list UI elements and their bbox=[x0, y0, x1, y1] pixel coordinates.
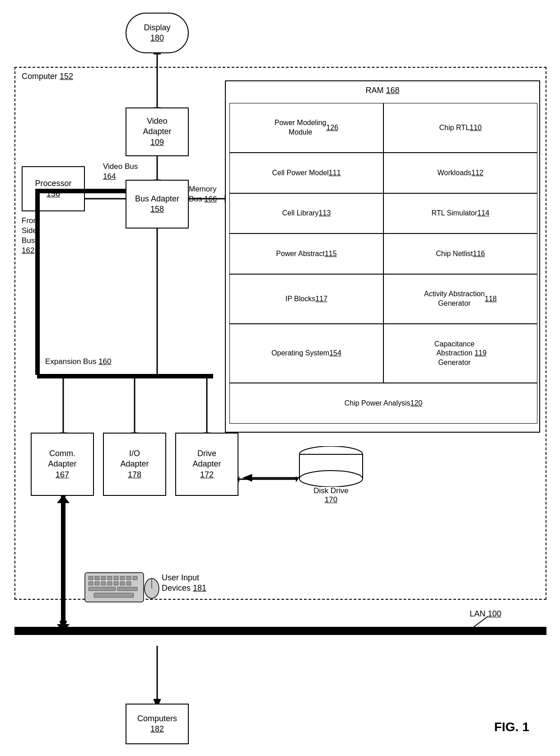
svg-rect-31 bbox=[89, 576, 93, 580]
io-adapter-box: I/OAdapter178 bbox=[103, 433, 166, 496]
comm-lan-arrow bbox=[55, 624, 71, 633]
svg-rect-34 bbox=[107, 576, 112, 580]
ram-cell-chip-rtl: Chip RTL 110 bbox=[383, 103, 537, 153]
ram-cell-rtl-simulator: RTL Simulator 114 bbox=[383, 193, 537, 234]
display-label: Display180 bbox=[144, 23, 170, 44]
ram-cell-capacitance-abstraction: CapacitanceAbstractionGenerator 119 bbox=[383, 324, 537, 383]
svg-rect-37 bbox=[126, 576, 131, 580]
bus-adapter-label: Bus Adapter158 bbox=[135, 194, 179, 215]
svg-point-28 bbox=[299, 471, 363, 487]
ram-cell-power-modeling: Power ModelingModule 126 bbox=[229, 103, 383, 153]
svg-rect-47 bbox=[117, 587, 137, 591]
bus-adapter-box: Bus Adapter158 bbox=[126, 180, 189, 229]
svg-rect-48 bbox=[94, 593, 134, 597]
lan-arrow-svg bbox=[461, 612, 497, 635]
computers-box: Computers182 bbox=[126, 704, 189, 744]
video-adapter-label: VideoAdapter109 bbox=[143, 116, 171, 148]
expansion-bus-label: Expansion Bus 160 bbox=[45, 357, 112, 367]
svg-rect-41 bbox=[101, 582, 106, 585]
diagram: Display180 Computer 152 RAM 168 Power Mo… bbox=[0, 0, 560, 756]
svg-marker-51 bbox=[57, 624, 70, 632]
fig-label: FIG. 1 bbox=[494, 720, 529, 734]
ram-box: RAM 168 Power ModelingModule 126 Chip RT… bbox=[225, 80, 540, 433]
svg-rect-42 bbox=[107, 582, 112, 585]
svg-marker-52 bbox=[57, 495, 70, 503]
comm-adapter-label: Comm.Adapter167 bbox=[48, 448, 76, 480]
comm-adapter-box: Comm.Adapter167 bbox=[31, 433, 94, 496]
ram-cell-workloads: Workloads 112 bbox=[383, 153, 537, 193]
comm-to-lan-line bbox=[61, 496, 65, 628]
computer-label: Computer 152 bbox=[22, 71, 73, 82]
svg-rect-38 bbox=[133, 576, 137, 580]
disk-drive-container: Disk Drive170 bbox=[297, 446, 365, 500]
svg-rect-46 bbox=[89, 587, 116, 591]
svg-line-29 bbox=[470, 616, 488, 630]
ram-cell-cell-power-model: Cell Power Model111 bbox=[229, 153, 383, 193]
drive-adapter-box: DriveAdapter172 bbox=[175, 433, 238, 496]
io-adapter-label: I/OAdapter178 bbox=[120, 448, 149, 480]
video-adapter-box: VideoAdapter109 bbox=[126, 107, 189, 156]
expansion-bus-line bbox=[37, 374, 213, 378]
svg-rect-33 bbox=[101, 576, 106, 580]
svg-rect-39 bbox=[89, 582, 93, 585]
ram-cell-ip-blocks: IP Blocks 117 bbox=[229, 274, 383, 324]
front-side-bus-line bbox=[35, 189, 40, 375]
svg-rect-43 bbox=[114, 582, 118, 585]
ram-title: RAM 168 bbox=[226, 86, 539, 95]
disk-drive-svg bbox=[297, 446, 365, 487]
ram-cell-cell-library: Cell Library 113 bbox=[229, 193, 383, 234]
display-box: Display180 bbox=[126, 13, 189, 53]
memory-bus-label: MemoryBus 166 bbox=[189, 184, 217, 204]
computers-label: Computers182 bbox=[137, 714, 177, 735]
svg-rect-40 bbox=[95, 582, 99, 585]
ram-cell-activity-abstraction: Activity AbstractionGenerator 118 bbox=[383, 274, 537, 324]
video-bus-label: Video Bus164 bbox=[103, 162, 138, 182]
svg-marker-55 bbox=[296, 476, 298, 482]
ram-grid: Power ModelingModule 126 Chip RTL 110 Ce… bbox=[229, 103, 537, 424]
drive-disk-arrows bbox=[237, 472, 300, 486]
svg-rect-36 bbox=[120, 576, 125, 580]
comm-up-arrow bbox=[55, 495, 71, 504]
disk-drive-label: Disk Drive170 bbox=[297, 486, 365, 504]
svg-rect-44 bbox=[120, 582, 125, 585]
drive-adapter-label: DriveAdapter172 bbox=[192, 448, 221, 480]
svg-rect-32 bbox=[95, 576, 99, 580]
user-input-label: User InputDevices 181 bbox=[162, 573, 206, 594]
svg-marker-54 bbox=[237, 476, 239, 482]
ram-cell-chip-netlist: Chip Netlist 116 bbox=[383, 233, 537, 274]
ram-cell-power-abstract: Power Abstract 115 bbox=[229, 233, 383, 274]
svg-rect-35 bbox=[114, 576, 118, 580]
keyboard-svg bbox=[80, 564, 162, 609]
fsb-to-bus-adapter-line bbox=[35, 189, 126, 193]
svg-rect-45 bbox=[126, 582, 131, 585]
ram-cell-chip-power-analysis: Chip Power Analysis 120 bbox=[229, 383, 537, 424]
ram-cell-operating-system: Operating System154 bbox=[229, 324, 383, 383]
